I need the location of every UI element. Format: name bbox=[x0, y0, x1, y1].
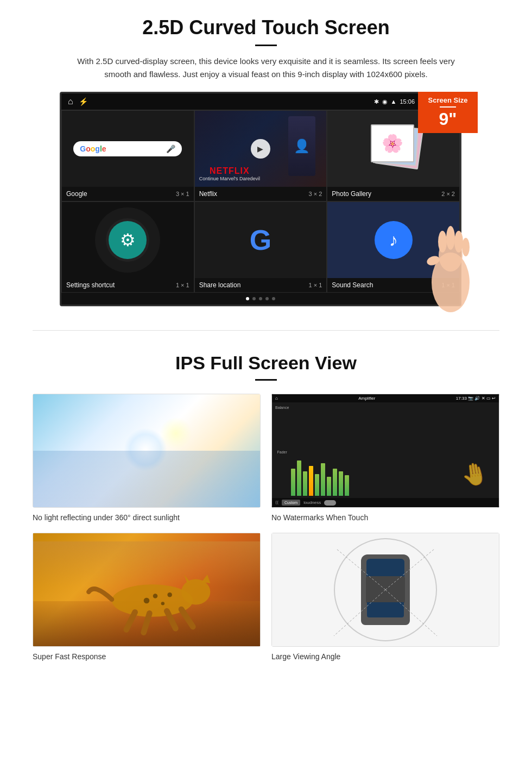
dot-2[interactable] bbox=[252, 297, 256, 300]
bg-circle-inner bbox=[106, 218, 149, 262]
fast-response-image bbox=[33, 533, 261, 647]
title-divider bbox=[255, 45, 277, 46]
share-grid-size: 1 × 1 bbox=[309, 282, 322, 288]
section-ips: IPS Full Screen View No light reflecting… bbox=[0, 342, 532, 677]
svg-point-14 bbox=[167, 592, 172, 597]
mic-icon[interactable]: 🎤 bbox=[166, 144, 175, 153]
dot-1[interactable] bbox=[246, 297, 249, 300]
amp-label-balance: Balance bbox=[275, 406, 289, 409]
usb-icon: ⚡ bbox=[79, 97, 88, 106]
eq-bars bbox=[291, 447, 349, 496]
flower-emoji: 🌸 bbox=[382, 133, 403, 154]
section1-description: With 2.5D curved-display screen, this de… bbox=[76, 55, 456, 81]
netflix-app-cell[interactable]: 👤 ▶ NETFLIX Continue Marvel's Daredevil … bbox=[194, 110, 327, 201]
amp-label-fader: Fader bbox=[275, 450, 289, 454]
sound-search-cell[interactable]: ♪ Sound Search 1 × 1 bbox=[327, 201, 460, 293]
eq-bar-6 bbox=[321, 463, 325, 496]
sound-cell-bottom: Sound Search 1 × 1 bbox=[327, 278, 459, 292]
share-location-cell[interactable]: G Share location 1 × 1 bbox=[194, 201, 327, 293]
netflix-cell-bottom: Netflix 3 × 2 bbox=[195, 187, 327, 201]
eq-bar-3 bbox=[303, 471, 307, 496]
time-display: 15:06 bbox=[400, 98, 415, 105]
settings-app-cell[interactable]: ⚙ Settings shortcut 1 × 1 bbox=[61, 201, 194, 293]
badge-size: 9" bbox=[423, 110, 472, 129]
netflix-subtitle: Continue Marvel's Daredevil bbox=[199, 176, 260, 181]
settings-cell-bottom: Settings shortcut 1 × 1 bbox=[62, 278, 194, 292]
share-cell-top: G bbox=[195, 202, 327, 278]
toggle-switch[interactable] bbox=[324, 500, 336, 506]
netflix-overlay: NETFLIX Continue Marvel's Daredevil bbox=[199, 166, 260, 181]
amp-footer: ⟨⟨ Custom loudness bbox=[272, 498, 499, 507]
hand-touch-amp: 🤚 bbox=[459, 459, 490, 489]
google-app-cell[interactable]: Google 🎤 Google 3 × 1 bbox=[61, 110, 194, 201]
screen-size-badge: Screen Size 9" bbox=[418, 92, 478, 133]
google-cell-top: Google 🎤 bbox=[62, 111, 194, 187]
device-wrapper: Screen Size 9" ⌂ ⚡ ✱ ◉ ▲ 15:06 📷 🔊 ✕ bbox=[60, 92, 472, 306]
watermarks-label: No Watermarks When Touch bbox=[271, 513, 499, 522]
section-divider bbox=[33, 330, 499, 331]
dot-5[interactable] bbox=[272, 297, 275, 300]
gallery-label: Photo Gallery bbox=[332, 190, 371, 198]
svg-point-13 bbox=[144, 598, 150, 604]
google-grid-size: 3 × 1 bbox=[176, 191, 189, 197]
google-search-bar[interactable]: Google 🎤 bbox=[73, 141, 182, 156]
app-grid: Google 🎤 Google 3 × 1 bbox=[61, 110, 460, 293]
eq-bar-4 bbox=[309, 466, 313, 496]
pagination-dots bbox=[61, 293, 460, 305]
custom-btn[interactable]: Custom bbox=[282, 500, 300, 506]
cheetah-svg bbox=[60, 548, 233, 635]
google-logo: Google bbox=[80, 144, 106, 153]
loudness-label: loudness bbox=[303, 500, 321, 505]
badge-divider bbox=[440, 106, 456, 108]
fast-response-label: Super Fast Response bbox=[33, 652, 261, 661]
svg-point-11 bbox=[153, 594, 158, 598]
section-curved-touch: 2.5D Curved Touch Screen With 2.5D curve… bbox=[0, 0, 532, 319]
car-top-visual bbox=[271, 533, 499, 647]
amplifier-visual: ⌂ Amplifier 17:33 📷 🔊 ✕ ▭ ↩ Balance Fade… bbox=[271, 394, 499, 508]
sunlight-image bbox=[33, 394, 261, 508]
netflix-label: Netflix bbox=[199, 190, 217, 198]
amp-nav: ⟨⟨ bbox=[275, 500, 278, 505]
settings-grid-size: 1 × 1 bbox=[176, 282, 189, 288]
wifi-icon: ▲ bbox=[391, 98, 397, 105]
home-icon[interactable]: ⌂ bbox=[68, 97, 73, 106]
section2-title: IPS Full Screen View bbox=[33, 352, 499, 374]
svg-line-18 bbox=[181, 609, 193, 627]
svg-point-8 bbox=[181, 579, 210, 605]
amp-body: Balance Fader bbox=[272, 402, 499, 498]
netflix-grid-size: 3 × 2 bbox=[309, 191, 322, 197]
sunlight-label: No light reflecting under 360° direct su… bbox=[33, 513, 261, 522]
amp-labels: Balance Fader bbox=[275, 405, 289, 496]
feature-fast-response: Super Fast Response bbox=[33, 533, 261, 661]
settings-cell-top: ⚙ bbox=[62, 202, 194, 278]
feature-watermarks: ⌂ Amplifier 17:33 📷 🔊 ✕ ▭ ↩ Balance Fade… bbox=[271, 394, 499, 522]
sunlight-visual bbox=[33, 394, 261, 508]
play-button[interactable]: ▶ bbox=[251, 139, 270, 159]
location-icon: ◉ bbox=[382, 98, 388, 105]
eq-bar-10 bbox=[345, 475, 349, 496]
amp-time: 17:33 📷 🔊 ✕ ▭ ↩ bbox=[456, 396, 496, 401]
dot-3[interactable] bbox=[259, 297, 262, 300]
gallery-grid-size: 2 × 2 bbox=[441, 191, 455, 197]
eq-bar-1 bbox=[291, 469, 295, 496]
amp-title: Amplifier bbox=[358, 396, 375, 401]
badge-label: Screen Size bbox=[423, 96, 472, 104]
netflix-figure: 👤 bbox=[288, 116, 315, 176]
eq-bar-2 bbox=[297, 460, 301, 496]
feature-viewing-angle: Large Viewing Angle bbox=[271, 533, 499, 661]
eq-bar-5 bbox=[315, 474, 319, 496]
google-cell-bottom: Google 3 × 1 bbox=[62, 187, 194, 201]
sound-icon-circle: ♪ bbox=[375, 221, 413, 259]
status-bar-left: ⌂ ⚡ bbox=[68, 97, 88, 106]
sound-label: Sound Search bbox=[332, 281, 373, 289]
sound-grid-size: 1 × 1 bbox=[441, 282, 455, 288]
svg-point-12 bbox=[161, 602, 164, 605]
bluetooth-icon: ✱ bbox=[374, 98, 379, 105]
netflix-logo: NETFLIX bbox=[199, 166, 260, 176]
dot-4[interactable] bbox=[265, 297, 269, 300]
netflix-cell-top: 👤 ▶ NETFLIX Continue Marvel's Daredevil bbox=[195, 111, 327, 187]
svg-marker-9 bbox=[201, 575, 210, 583]
viewing-angle-image bbox=[271, 533, 499, 647]
features-grid: No light reflecting under 360° direct su… bbox=[33, 394, 499, 661]
sound-cell-top: ♪ bbox=[327, 202, 459, 278]
